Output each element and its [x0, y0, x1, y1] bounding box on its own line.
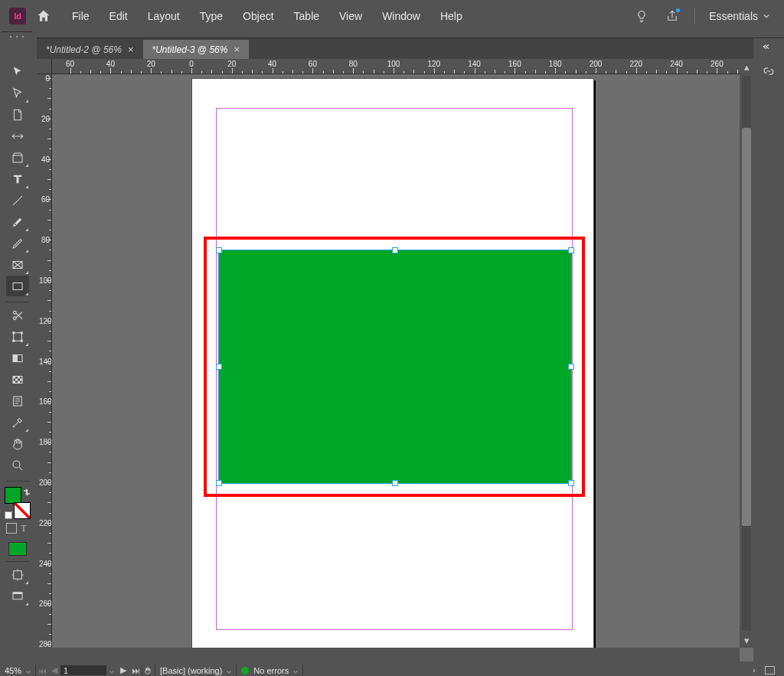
screen-mode-icon [11, 589, 24, 603]
home-button[interactable] [35, 8, 52, 24]
gap-tool[interactable] [6, 126, 29, 146]
menu-layout[interactable]: Layout [139, 7, 189, 25]
horizontal-scrollbar[interactable] [37, 648, 740, 661]
page-number-field[interactable] [60, 665, 106, 675]
grip-icon [2, 34, 32, 41]
page-tool[interactable] [6, 104, 29, 125]
note-tool[interactable] [6, 390, 29, 411]
selection-handle[interactable] [216, 480, 222, 486]
toolbox-header[interactable] [2, 31, 32, 57]
preflight-status[interactable]: No errors ⌵ [237, 665, 302, 676]
free-transform-tool[interactable] [6, 326, 29, 347]
gradient-feather-tool[interactable] [6, 369, 29, 390]
direct-selection-tool[interactable] [6, 83, 29, 103]
menu-file[interactable]: File [63, 7, 99, 25]
document-tab[interactable]: *Untitled-3 @ 56% × [143, 40, 250, 59]
eyedropper-tool[interactable] [6, 412, 29, 433]
selection-tool[interactable] [6, 61, 29, 82]
close-icon[interactable]: × [128, 44, 134, 55]
selection-handle[interactable] [568, 247, 574, 253]
open-nav-button[interactable] [142, 665, 155, 676]
pencil-icon [11, 237, 24, 250]
scissors-tool[interactable] [6, 305, 29, 325]
learn-button[interactable] [633, 8, 650, 24]
swap-icon [23, 488, 31, 496]
preflight-profile[interactable]: [Basic] (working) ⌵ [155, 665, 236, 676]
close-icon[interactable]: × [234, 44, 240, 55]
scroll-thumb[interactable] [742, 128, 751, 526]
rect-frame-icon [11, 258, 24, 272]
selected-rectangle[interactable] [219, 250, 571, 483]
horizontal-ruler[interactable]: 6040200204060801001201401601802002202402… [52, 59, 740, 74]
selection-handle[interactable] [568, 480, 574, 486]
stroke-swatch[interactable] [14, 502, 31, 519]
ruler-origin[interactable] [37, 59, 52, 74]
expand-panels-button[interactable] [753, 38, 784, 55]
workspace-label: Essentials [709, 10, 758, 22]
zoom-value: 45% [5, 666, 21, 675]
svg-rect-18 [18, 380, 20, 383]
pen-tool[interactable] [6, 211, 29, 232]
content-collector-tool[interactable] [6, 147, 29, 168]
menu-table[interactable]: Table [285, 7, 328, 25]
canvas[interactable] [52, 74, 740, 648]
next-spread-button[interactable]: ▶ [117, 665, 129, 676]
formatting-text[interactable]: T [18, 523, 29, 534]
svg-rect-16 [20, 378, 22, 380]
first-spread-button[interactable]: ⏮ [36, 665, 48, 676]
preflight-profile-label: [Basic] (working) [160, 666, 222, 675]
resize-grip[interactable] [760, 665, 784, 676]
scroll-down-button[interactable]: ▾ [740, 632, 753, 648]
cc-libraries-panel-button[interactable] [757, 60, 780, 83]
fill-swatch[interactable] [5, 487, 21, 504]
workspace-switcher[interactable]: Essentials [709, 10, 770, 22]
share-button[interactable] [664, 8, 681, 24]
type-tool[interactable] [6, 168, 29, 189]
rectangle-tool[interactable] [6, 276, 29, 296]
scroll-up-button[interactable]: ▴ [740, 59, 753, 74]
document-tab[interactable]: *Untitled-2 @ 56% × [37, 40, 143, 59]
vertical-ruler[interactable]: 020406080100120140160180200220240260280 [37, 74, 52, 648]
line-tool[interactable] [6, 190, 29, 211]
menu-edit[interactable]: Edit [100, 7, 137, 25]
chevron-down-icon: ⌵ [109, 666, 114, 674]
panels-strip [753, 38, 784, 661]
separator [302, 665, 303, 676]
gradient-swatch-tool[interactable] [6, 348, 29, 368]
svg-rect-22 [14, 570, 22, 579]
menu-help[interactable]: Help [431, 7, 472, 25]
screen-mode-tool[interactable] [6, 586, 29, 606]
pencil-tool[interactable] [6, 233, 29, 253]
last-spread-button[interactable]: ⏭ [129, 665, 142, 676]
ruler-label: 20 [147, 60, 155, 68]
page-dropdown[interactable]: ⌵ [106, 665, 117, 676]
swap-fill-stroke[interactable] [23, 487, 31, 495]
view-mode-tool[interactable] [6, 564, 29, 585]
fill-stroke-swatches[interactable] [5, 487, 31, 519]
rectangle-frame-tool[interactable] [6, 254, 29, 275]
toolbox-divider [6, 302, 29, 302]
ruler-label: 20 [227, 60, 236, 68]
prev-spread-button[interactable]: ◀ [48, 665, 60, 676]
formatting-container[interactable] [6, 523, 17, 534]
chevron-down-icon: ⌵ [26, 666, 31, 674]
selection-handle[interactable] [568, 364, 574, 370]
apply-color[interactable] [8, 542, 27, 556]
selection-handle[interactable] [392, 247, 398, 253]
svg-rect-8 [12, 339, 15, 341]
selection-handle[interactable] [216, 364, 222, 370]
default-fill-stroke[interactable] [5, 511, 12, 519]
selection-handle[interactable] [392, 480, 398, 486]
page-icon [11, 108, 24, 122]
scroll-right-button[interactable]: › [748, 665, 760, 676]
menu-window[interactable]: Window [373, 7, 430, 25]
menu-view[interactable]: View [330, 7, 371, 25]
vertical-scrollbar[interactable]: ▴ ▾ [740, 59, 753, 648]
document-tabs-fill [249, 40, 753, 59]
menu-type[interactable]: Type [191, 7, 232, 25]
zoom-tool[interactable] [6, 455, 29, 475]
menu-object[interactable]: Object [234, 7, 283, 25]
hand-tool[interactable] [6, 433, 29, 454]
zoom-level[interactable]: 45% ⌵ [0, 665, 35, 676]
selection-handle[interactable] [216, 247, 222, 253]
